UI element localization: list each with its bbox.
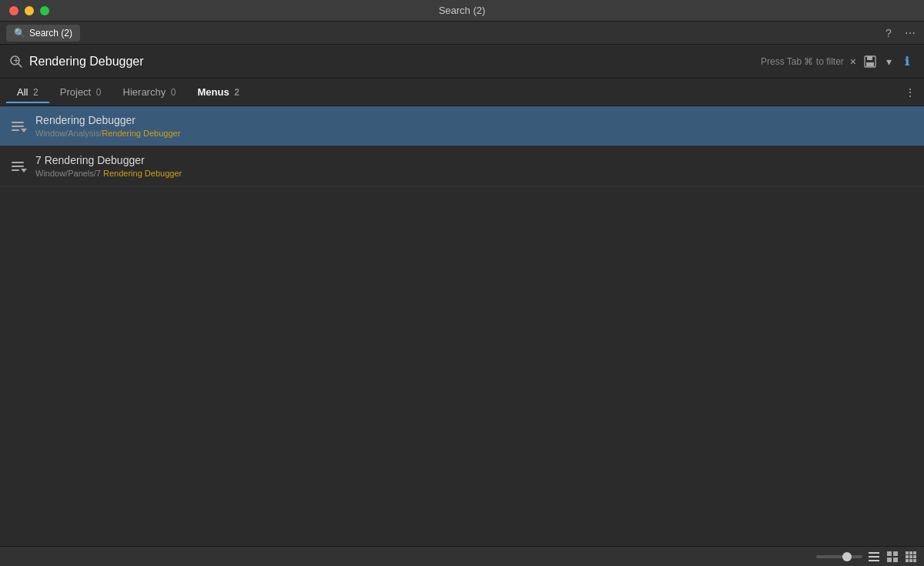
result-item-1[interactable]: Rendering Debugger Window/Analysis/Rende… (0, 106, 924, 146)
filter-more-icon[interactable]: ⋮ (902, 85, 918, 100)
svg-rect-5 (867, 56, 872, 60)
slider-wrap (816, 550, 918, 564)
window-title: Search (2) (439, 5, 486, 16)
bottom-toolbar (0, 546, 924, 566)
svg-line-1 (18, 63, 22, 67)
close-button[interactable] (9, 6, 18, 15)
grid-view-large-button[interactable] (904, 550, 918, 564)
menu-line-3 (12, 129, 19, 131)
filter-tabs: All 2 Project 0 Hierarchy 0 Menus 2 ⋮ (0, 79, 924, 106)
svg-rect-16 (913, 551, 916, 554)
result-icon-1 (9, 122, 26, 131)
svg-rect-20 (906, 559, 909, 562)
filter-tab-project-label: Project (60, 86, 91, 98)
svg-rect-12 (887, 558, 892, 562)
filter-tab-hierarchy[interactable]: Hierarchy 0 (112, 82, 187, 102)
searchbar: Press Tab ⌘ to filter × ▾ ℹ (0, 45, 924, 79)
result-path-prefix-2: Window/Panels/7 (35, 169, 103, 178)
search-actions: ▾ ℹ (862, 54, 915, 69)
list-view-button[interactable] (867, 550, 881, 564)
filter-tab-hierarchy-count: 0 (171, 87, 176, 98)
result-item-2[interactable]: 7 Rendering Debugger Window/Panels/7 Ren… (0, 146, 924, 186)
result-path-prefix-1: Window/Analysis/ (35, 129, 102, 138)
result-path-1: Window/Analysis/Rendering Debugger (35, 129, 180, 138)
filter-tab-menus[interactable]: Menus 2 (186, 82, 249, 102)
result-path-highlight-1: Rendering Debugger (102, 129, 180, 138)
search-tab-icon: 🔍 (14, 28, 25, 39)
save-search-button[interactable] (862, 54, 878, 69)
svg-rect-7 (869, 552, 879, 554)
minimize-button[interactable] (25, 6, 34, 15)
menu-lines-icon (12, 122, 24, 131)
svg-rect-17 (906, 555, 909, 558)
tab-search[interactable]: 🔍 Search (2) (6, 25, 80, 42)
result-title-2: 7 Rendering Debugger (35, 154, 182, 166)
grid-view-small-button[interactable] (886, 550, 899, 564)
search-icon (9, 55, 23, 69)
svg-rect-19 (913, 555, 916, 558)
tab-search-label: Search (2) (29, 28, 72, 39)
titlebar: Search (2) (0, 0, 924, 22)
svg-rect-21 (909, 559, 912, 562)
menu-arrow-icon (21, 129, 27, 132)
results-list: Rendering Debugger Window/Analysis/Rende… (0, 106, 924, 186)
filter-tab-hierarchy-label: Hierarchy (123, 86, 166, 98)
help-icon[interactable]: ? (881, 25, 896, 41)
svg-rect-18 (909, 555, 912, 558)
info-button[interactable]: ℹ (899, 54, 915, 69)
filter-tab-project[interactable]: Project 0 (49, 82, 112, 102)
svg-rect-11 (893, 551, 898, 556)
result-title-1: Rendering Debugger (35, 114, 180, 126)
result-text-1: Rendering Debugger Window/Analysis/Rende… (35, 114, 180, 138)
svg-rect-6 (866, 62, 874, 66)
svg-rect-9 (869, 560, 879, 561)
window-controls (9, 6, 49, 15)
search-hint: Press Tab ⌘ to filter (761, 56, 844, 67)
menu-line-2-2 (12, 166, 24, 167)
filter-tab-menus-count: 2 (234, 87, 239, 98)
filter-tab-all[interactable]: All 2 (6, 82, 49, 102)
filter-tabs-right: ⋮ (902, 85, 918, 100)
svg-rect-15 (909, 551, 912, 554)
svg-rect-13 (893, 558, 898, 562)
zoom-slider[interactable] (816, 555, 862, 558)
svg-rect-10 (887, 551, 892, 556)
filter-tab-menus-label: Menus (197, 86, 229, 98)
result-text-2: 7 Rendering Debugger Window/Panels/7 Ren… (35, 154, 182, 178)
menu-line-2-3 (12, 169, 19, 171)
svg-rect-14 (906, 551, 909, 554)
maximize-button[interactable] (40, 6, 49, 15)
menu-line-2 (12, 126, 24, 127)
filter-tab-all-label: All (17, 86, 28, 98)
results-area: Rendering Debugger Window/Analysis/Rende… (0, 106, 924, 566)
svg-rect-8 (869, 556, 879, 558)
result-path-highlight-2: Rendering Debugger (103, 169, 182, 178)
menu-arrow-icon-2 (21, 169, 27, 172)
search-clear-button[interactable]: × (850, 55, 856, 68)
filter-tab-project-count: 0 (96, 87, 102, 98)
result-icon-2 (9, 162, 26, 171)
save-dropdown-button[interactable]: ▾ (881, 54, 896, 69)
result-path-2: Window/Panels/7 Rendering Debugger (35, 169, 182, 178)
menu-lines-icon-2 (12, 162, 24, 171)
search-input[interactable] (29, 55, 755, 69)
more-icon[interactable]: ⋯ (902, 25, 918, 41)
svg-rect-22 (913, 559, 916, 562)
tabbar: 🔍 Search (2) ? ⋯ (0, 22, 924, 45)
menu-line-2-1 (12, 162, 24, 163)
tabbar-right: ? ⋯ (881, 25, 918, 41)
filter-tab-all-count: 2 (33, 87, 38, 98)
menu-line-1 (12, 122, 24, 123)
